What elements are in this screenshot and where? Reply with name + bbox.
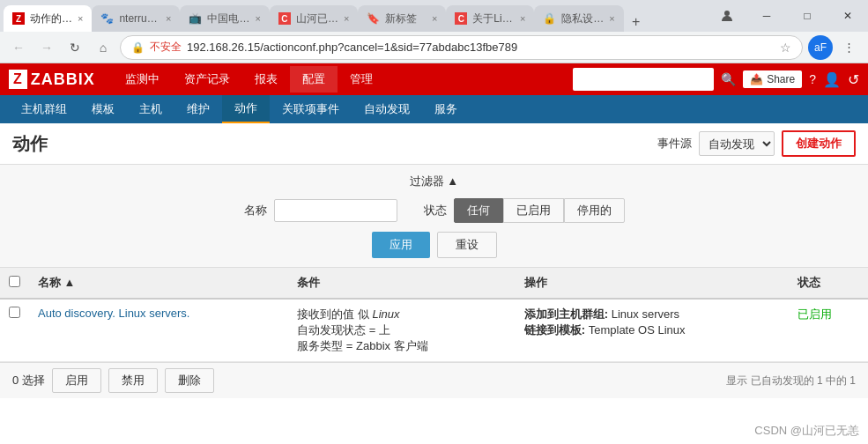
main-nav: 监测中 资产记录 报表 配置 管理: [113, 66, 385, 92]
action-name-link[interactable]: Auto discovery. Linux servers.: [38, 307, 189, 320]
disable-button[interactable]: 禁用: [108, 368, 158, 393]
tab4-close[interactable]: ×: [344, 13, 349, 24]
forward-button[interactable]: →: [35, 36, 58, 59]
sub-nav-maintenance[interactable]: 维护: [174, 96, 222, 122]
browser-tab-3[interactable]: 📺 中国电… ×: [180, 5, 269, 32]
tab5-label: 新标签: [385, 11, 427, 26]
home-button[interactable]: ⌂: [92, 36, 115, 59]
browser-tab-4[interactable]: C 山河已… ×: [270, 5, 358, 32]
back-button[interactable]: ←: [7, 36, 30, 59]
browser-tab-7[interactable]: 🔒 隐私设… ×: [534, 5, 623, 32]
th-name-label: 名称 ▲: [38, 276, 75, 289]
tab5-close[interactable]: ×: [432, 13, 437, 24]
row-status-cell: 已启用: [789, 299, 868, 362]
filter-name-field: 名称: [244, 199, 397, 222]
nav-config[interactable]: 配置: [290, 66, 338, 92]
condition-line-1: 接收到的值 似 Linux: [297, 307, 507, 322]
sub-nav-host-groups[interactable]: 主机群组: [9, 96, 79, 122]
zabbix-logo-z: Z: [9, 70, 27, 89]
user-icon[interactable]: 👤: [823, 71, 841, 88]
th-operations-label: 操作: [524, 276, 547, 289]
reload-button[interactable]: ↻: [63, 36, 86, 59]
filter-name-input[interactable]: [274, 199, 397, 222]
row-name-cell: Auto discovery. Linux servers.: [29, 299, 288, 362]
select-count: 0 选择: [12, 373, 45, 388]
maximize-button[interactable]: □: [787, 0, 827, 32]
tab2-close[interactable]: ×: [166, 13, 171, 24]
status-any-button[interactable]: 任何: [454, 198, 503, 223]
tab1-close[interactable]: ×: [78, 13, 83, 24]
nav-assets[interactable]: 资产记录: [172, 66, 242, 92]
share-button[interactable]: 📤 Share: [743, 70, 802, 88]
search-icon[interactable]: 🔍: [721, 72, 736, 86]
operation-line-2: 链接到模板: Template OS Linux: [524, 322, 780, 338]
filter-row: 名称 状态 任何 已启用 停用的: [9, 198, 859, 223]
browser-tab-6[interactable]: C 关于Li… ×: [446, 5, 534, 32]
filter-name-label: 名称: [244, 203, 267, 218]
refresh-icon[interactable]: ↺: [848, 71, 859, 88]
share-icon: 📤: [750, 73, 763, 85]
table-body: Auto discovery. Linux servers. 接收到的值 似 L…: [0, 299, 868, 362]
browser-tab-2[interactable]: 🐾 nterru… ×: [92, 5, 180, 32]
page-footer: 0 选择 启用 禁用 删除 显示 已自动发现的 1 中的 1: [0, 362, 868, 398]
apply-filter-button[interactable]: 应用: [372, 232, 430, 258]
th-check: [0, 268, 29, 299]
nav-reports[interactable]: 报表: [242, 66, 290, 92]
browser-tab-5[interactable]: 🔖 新标签 ×: [358, 5, 446, 32]
footer-left: 0 选择 启用 禁用 删除: [12, 368, 214, 393]
select-all-checkbox[interactable]: [9, 276, 20, 287]
filter-toggle[interactable]: 过滤器 ▲: [9, 174, 859, 189]
minimize-button[interactable]: ─: [746, 0, 787, 32]
row-check-cell: [0, 299, 29, 362]
table-head: 名称 ▲ 条件 操作 状态: [0, 268, 868, 299]
sub-nav-hosts[interactable]: 主机: [127, 96, 174, 122]
close-button[interactable]: ✕: [827, 0, 868, 32]
condition-line-3: 服务类型 = Zabbix 客户端: [297, 338, 507, 354]
help-icon[interactable]: ?: [809, 72, 816, 86]
page-title: 动作: [12, 132, 657, 156]
tab6-close[interactable]: ×: [520, 13, 525, 24]
chrome-menu-icon[interactable]: ⋮: [836, 35, 861, 60]
nav-admin[interactable]: 管理: [338, 66, 385, 92]
sub-nav-actions[interactable]: 动作: [222, 95, 270, 123]
chrome-tab-bar: Z 动作的… × 🐾 nterru… × 📺 中国电… × C 山河已… × 🔖…: [0, 0, 868, 32]
bookmark-icon[interactable]: ☆: [780, 41, 791, 55]
sub-nav-services[interactable]: 服务: [422, 96, 470, 122]
chrome-account-icon[interactable]: [715, 4, 739, 28]
sub-nav-related[interactable]: 关联项事件: [270, 96, 352, 122]
status-enabled-button[interactable]: 已启用: [503, 198, 564, 223]
search-input[interactable]: [573, 68, 714, 91]
tab3-close[interactable]: ×: [255, 13, 260, 24]
delete-button[interactable]: 删除: [165, 368, 214, 393]
tab6-favicon: C: [455, 12, 467, 25]
enable-button[interactable]: 启用: [52, 368, 101, 393]
tab5-favicon: 🔖: [367, 12, 380, 25]
nav-monitor[interactable]: 监测中: [113, 66, 172, 92]
row-checkbox[interactable]: [9, 307, 20, 318]
header-search: 🔍 📤 Share ? 👤 ↺: [573, 68, 859, 91]
th-operations: 操作: [516, 268, 789, 299]
reset-filter-button[interactable]: 重设: [437, 232, 497, 258]
zabbix-logo: Z ZABBIX: [9, 70, 95, 89]
filter-status-field: 状态 任何 已启用 停用的: [424, 198, 625, 223]
status-disabled-button[interactable]: 停用的: [564, 198, 625, 223]
display-info: 显示 已自动发现的 1 中的 1: [726, 374, 856, 387]
event-source-select[interactable]: 自动发现: [699, 131, 775, 156]
url-bar[interactable]: 🔒 不安全 192.168.26.15/actionconf.php?cance…: [120, 35, 803, 60]
browser-tab-1[interactable]: Z 动作的… ×: [4, 5, 92, 32]
operation-line-1: 添加到主机群组: Linux servers: [524, 307, 780, 322]
sub-nav-templates[interactable]: 模板: [79, 96, 127, 122]
tab7-favicon: 🔒: [543, 12, 556, 25]
th-status-label: 状态: [798, 276, 820, 289]
profile-avatar[interactable]: aF: [808, 35, 833, 60]
tab7-close[interactable]: ×: [609, 13, 614, 24]
share-label: Share: [767, 73, 795, 85]
create-action-button[interactable]: 创建动作: [782, 130, 856, 157]
new-tab-button[interactable]: +: [624, 14, 649, 30]
sub-nav-discovery[interactable]: 自动发现: [352, 96, 422, 122]
tab7-label: 隐私设…: [561, 11, 604, 26]
tab1-favicon: Z: [12, 12, 25, 25]
th-name[interactable]: 名称 ▲: [29, 268, 288, 299]
security-icon: 🔒: [131, 41, 145, 54]
tab2-label: nterru…: [119, 12, 160, 25]
